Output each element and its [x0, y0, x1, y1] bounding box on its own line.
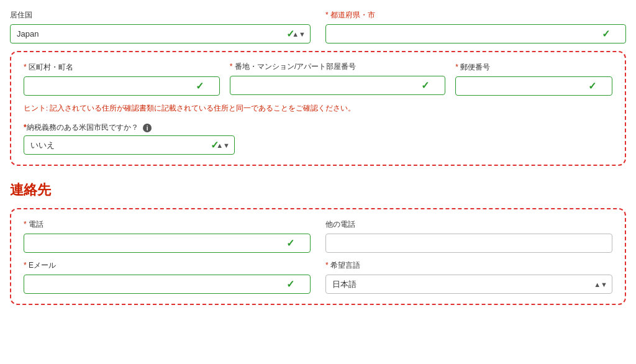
phone-required-star: *: [24, 220, 29, 229]
district-label: * 区町村・町名: [24, 62, 220, 73]
postal-label: * 郵便番号: [455, 62, 612, 73]
language-select[interactable]: 日本語 English 中文 한국어: [325, 275, 612, 294]
phone-group: * 電話 +81234567890 ✓: [24, 219, 311, 253]
contact-details-box: * 電話 +81234567890 ✓ 他の電話 * Eメール: [10, 208, 626, 305]
phone-input-wrapper: +81234567890 ✓: [24, 234, 311, 253]
tax-select[interactable]: いいえ はい: [24, 135, 235, 155]
email-input-wrapper: taroyamada@gmail.com ✓: [24, 275, 311, 294]
other-phone-input-wrapper: [325, 234, 612, 253]
language-required-star: *: [325, 261, 330, 270]
prefecture-required-star: *: [325, 11, 330, 19]
language-select-wrapper: 日本語 English 中文 한국어 ▲▼: [325, 275, 612, 294]
district-input[interactable]: Minato: [24, 76, 220, 96]
prefecture-input-wrapper: TOKYO ✓: [325, 24, 626, 43]
building-required-star: *: [230, 62, 235, 71]
building-input[interactable]: 12345: [230, 76, 445, 95]
language-group: * 希望言語 日本語 English 中文 한국어 ▲▼: [325, 260, 612, 294]
email-input[interactable]: taroyamada@gmail.com: [24, 275, 311, 294]
postal-input-wrapper: 1234567 ✓: [455, 76, 612, 96]
contact-row1: * 電話 +81234567890 ✓ 他の電話: [24, 219, 612, 253]
district-group: * 区町村・町名 Minato ✓: [24, 62, 220, 96]
email-required-star: *: [24, 261, 29, 270]
building-group: * 番地・マンション/アパート部屋番号 12345 ✓: [230, 62, 445, 96]
building-label: * 番地・マンション/アパート部屋番号: [230, 62, 445, 72]
district-input-wrapper: Minato ✓: [24, 76, 220, 96]
country-select[interactable]: Japan: [10, 24, 311, 43]
postal-input[interactable]: 1234567: [455, 76, 612, 96]
country-group: 居住国 Japan ✓ ▲▼: [10, 10, 311, 43]
language-label-text: 希望言語: [330, 261, 360, 270]
building-label-text: 番地・マンション/アパート部屋番号: [235, 62, 356, 71]
tax-input-wrapper: いいえ はい ✓ ▲▼: [24, 135, 235, 155]
tax-label-text: 納税義務のある米国市民ですか？: [27, 123, 139, 132]
prefecture-label-text: 都道府県・市: [330, 11, 375, 19]
postal-group: * 郵便番号 1234567 ✓: [455, 62, 612, 96]
other-phone-label: 他の電話: [325, 219, 612, 230]
contact-section-title: 連絡先: [10, 181, 626, 199]
country-input-wrapper: Japan ✓ ▲▼: [10, 24, 311, 43]
prefecture-input[interactable]: TOKYO: [325, 24, 626, 43]
other-phone-group: 他の電話: [325, 219, 612, 253]
tax-label: *納税義務のある米国市民ですか？ i: [24, 122, 612, 133]
prefecture-label: * 都道府県・市: [325, 10, 626, 20]
language-label: * 希望言語: [325, 260, 612, 271]
email-label: * Eメール: [24, 260, 311, 271]
email-group: * Eメール taroyamada@gmail.com ✓: [24, 260, 311, 294]
phone-label: * 電話: [24, 219, 311, 230]
address-hint: ヒント: 記入されている住所が確認書類に記載されている住所と同一であることをご確…: [24, 103, 612, 114]
district-label-text: 区町村・町名: [29, 63, 73, 71]
phone-input[interactable]: +81234567890: [24, 234, 311, 253]
email-label-text: Eメール: [29, 261, 56, 270]
tax-select-wrapper: いいえ はい ✓ ▲▼: [24, 135, 235, 155]
phone-label-text: 電話: [29, 220, 43, 229]
tax-group: *納税義務のある米国市民ですか？ i いいえ はい ✓ ▲▼: [24, 122, 612, 155]
building-input-wrapper: 12345 ✓: [230, 76, 445, 95]
address-details-box: * 区町村・町名 Minato ✓ * 番地・マンション/アパート部屋番号 12…: [10, 51, 626, 166]
contact-row2: * Eメール taroyamada@gmail.com ✓ * 希望言語 日本語…: [24, 260, 612, 294]
prefecture-group: * 都道府県・市 TOKYO ✓: [325, 10, 626, 43]
contact-section: 連絡先 * 電話 +81234567890 ✓ 他の電話: [10, 181, 626, 305]
country-label: 居住国: [10, 10, 311, 20]
postal-label-text: 郵便番号: [460, 63, 490, 71]
district-required-star: *: [24, 63, 29, 71]
address-section: 居住国 Japan ✓ ▲▼ * 都道府県・市 TOKYO ✓: [10, 10, 626, 166]
tax-info-icon[interactable]: i: [143, 124, 152, 132]
other-phone-input[interactable]: [325, 234, 612, 253]
